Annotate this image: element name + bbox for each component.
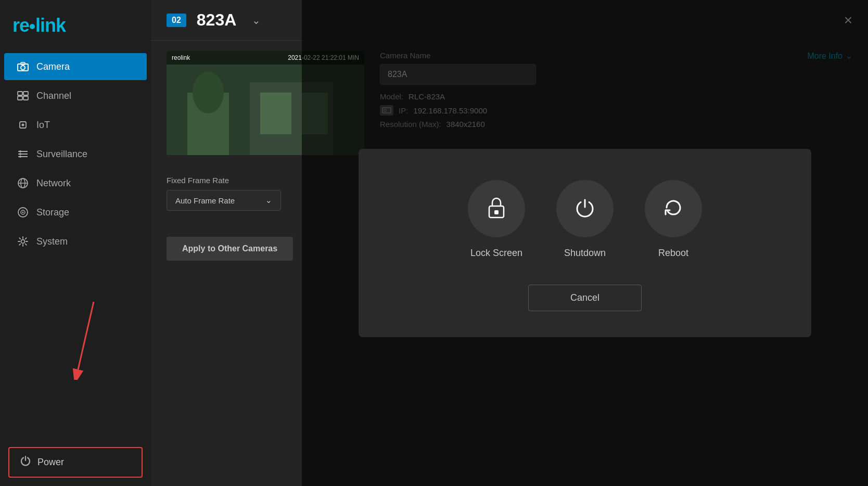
lock-icon: [483, 195, 509, 223]
sidebar-item-storage[interactable]: Storage: [4, 199, 147, 226]
nav-menu: Camera Channel IoT: [0, 47, 151, 439]
svg-rect-33: [494, 210, 499, 214]
lock-screen-circle: [468, 180, 525, 237]
logo-area: relink: [0, 0, 151, 47]
sidebar-item-channel[interactable]: Channel: [4, 82, 147, 109]
power-icon: [20, 455, 31, 469]
svg-rect-3: [18, 92, 22, 95]
lock-screen-label: Lock Screen: [470, 248, 522, 259]
svg-rect-5: [18, 96, 22, 100]
camera-icon: [17, 60, 29, 73]
svg-point-8: [22, 124, 24, 126]
svg-point-14: [19, 156, 21, 158]
sidebar-item-channel-label: Channel: [36, 91, 71, 101]
chevron-down-icon: ⌄: [265, 196, 272, 205]
frame-rate-select[interactable]: Auto Frame Rate ⌄: [167, 190, 281, 211]
reboot-action[interactable]: Reboot: [645, 180, 702, 259]
network-icon: [17, 177, 29, 189]
svg-point-26: [193, 72, 224, 113]
shutdown-icon: [572, 195, 598, 223]
storage-icon: [17, 206, 29, 219]
svg-point-21: [21, 240, 25, 244]
svg-point-20: [22, 212, 24, 213]
shutdown-label: Shutdown: [564, 248, 606, 259]
channel-icon: [17, 89, 29, 102]
svg-rect-28: [260, 93, 291, 134]
iot-icon: [17, 119, 29, 131]
shutdown-action[interactable]: Shutdown: [556, 180, 614, 259]
camera-title: 823A: [197, 10, 237, 30]
sidebar-item-iot-label: IoT: [36, 120, 50, 131]
sidebar-item-camera[interactable]: Camera: [4, 53, 147, 80]
camera-badge: 02: [167, 14, 186, 27]
lock-screen-action[interactable]: Lock Screen: [468, 180, 525, 259]
sidebar-item-network-label: Network: [36, 178, 71, 189]
svg-point-12: [19, 150, 21, 152]
modal-cancel-row: Cancel: [379, 285, 790, 311]
svg-point-13: [19, 153, 21, 155]
modal-actions: Lock Screen Shutdown: [379, 180, 790, 259]
sidebar-item-camera-label: Camera: [36, 61, 70, 72]
main-content: 02 823A ⌄ × reolink 2021-02-22 21:22:0: [151, 0, 868, 486]
power-modal: Lock Screen Shutdown: [359, 149, 811, 337]
camera-dropdown[interactable]: ⌄: [252, 14, 261, 27]
shutdown-circle: [556, 180, 614, 237]
apply-button[interactable]: Apply to Other Cameras: [167, 237, 293, 261]
sidebar-item-system-label: System: [36, 236, 68, 247]
reboot-icon: [660, 195, 686, 223]
logo: relink: [12, 15, 66, 36]
reboot-circle: [645, 180, 702, 237]
surveillance-icon: [17, 148, 29, 160]
sidebar-item-network[interactable]: Network: [4, 170, 147, 197]
frame-rate-value: Auto Frame Rate: [175, 196, 235, 205]
power-button[interactable]: Power: [8, 447, 143, 478]
preview-brand: reolink: [172, 54, 190, 61]
system-icon: [17, 235, 29, 248]
sidebar-item-surveillance-label: Surveillance: [36, 149, 87, 160]
svg-rect-4: [23, 92, 28, 95]
sidebar-item-system[interactable]: System: [4, 228, 147, 255]
sidebar: relink Camera: [0, 0, 151, 486]
reboot-label: Reboot: [658, 248, 688, 259]
power-label: Power: [37, 457, 64, 468]
svg-point-1: [21, 66, 25, 70]
svg-rect-6: [23, 96, 28, 100]
sidebar-item-iot[interactable]: IoT: [4, 111, 147, 138]
modal-overlay: Lock Screen Shutdown: [302, 0, 868, 486]
sidebar-item-storage-label: Storage: [36, 207, 69, 218]
cancel-button[interactable]: Cancel: [528, 285, 642, 311]
sidebar-item-surveillance[interactable]: Surveillance: [4, 140, 147, 168]
